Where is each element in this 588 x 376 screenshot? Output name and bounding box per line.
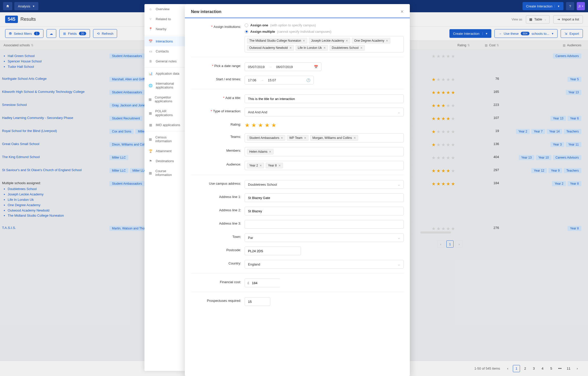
chip[interactable]: Joseph Leckie Academy✕ [309, 38, 350, 43]
mini-pager-prev[interactable]: ‹ [437, 240, 444, 248]
chip[interactable]: WP Team✕ [287, 135, 309, 141]
school-link[interactable]: Hadley Learning Community - Secondary Ph… [2, 116, 73, 120]
chip-remove-icon[interactable]: ✕ [346, 39, 348, 42]
side-item-contacts[interactable]: ▭Contacts [144, 46, 185, 56]
star-icon[interactable]: ★ [258, 122, 263, 129]
prospectuses-input[interactable] [245, 297, 270, 306]
side-item-course-information[interactable]: ▦Course information [144, 166, 185, 180]
cloud-button[interactable]: ☁ [47, 29, 56, 38]
audience-tag[interactable]: Year 11 [566, 142, 581, 147]
postcode-input[interactable] [245, 247, 301, 255]
chip-remove-icon[interactable]: ✕ [289, 46, 292, 50]
modal-close-button[interactable]: ✕ [400, 9, 404, 14]
side-item-attainment[interactable]: 🏆Attainment [144, 146, 185, 156]
team-tag[interactable]: Miller LLC [109, 168, 128, 173]
mini-pager-page[interactable]: 1 [446, 240, 454, 248]
audience-tag[interactable]: Careers Advisors [553, 155, 581, 160]
chip[interactable]: Outwood Academy Newbold✕ [247, 45, 294, 51]
team-tag[interactable]: Miller LLC [109, 155, 128, 160]
members-chipbox[interactable]: Helen Adams✕ [245, 147, 404, 156]
school-link[interactable]: Kibworth High School & Community Technol… [2, 90, 85, 94]
analysis-dropdown[interactable]: Analysis ▼ [14, 2, 38, 10]
audience-tag[interactable]: Year 2 [552, 181, 566, 186]
chip-remove-icon[interactable]: ✕ [281, 136, 283, 140]
chip[interactable]: The Midland Studio College Nuneaton✕ [247, 38, 307, 43]
side-item-application-data[interactable]: 📊Application data [144, 69, 185, 79]
team-tag[interactable]: Cox and Sons [109, 129, 134, 134]
rating-stars[interactable]: ★★★★★ [245, 121, 404, 129]
title-input[interactable] [245, 94, 404, 103]
school-link[interactable]: Outwood Academy Newbold [8, 208, 109, 213]
page-button[interactable]: 1 [513, 365, 520, 372]
col-header-audiences[interactable]: ▦Audiences [503, 43, 586, 47]
audience-tag[interactable]: Teachers [564, 168, 581, 173]
audience-tag[interactable]: Careers Advisors [553, 53, 581, 59]
audience-tag[interactable]: Year 8 [568, 181, 581, 186]
audience-tag[interactable]: Year 5 [568, 77, 581, 82]
school-link[interactable]: Royal School for the Blind (Liverpool) [2, 129, 57, 133]
fields-button[interactable]: ⊞ Fields 20 [59, 29, 90, 38]
school-link[interactable]: Life In London Uk [8, 197, 109, 203]
type-select[interactable]: And And And⌄ [245, 108, 404, 116]
col-header-rating[interactable]: Rating⇅ [432, 43, 470, 47]
audience-tag[interactable]: Year 8 [568, 226, 581, 231]
chip-remove-icon[interactable]: ✕ [323, 46, 326, 50]
school-link[interactable]: One Degree Academy [8, 203, 109, 208]
side-item-census-information[interactable]: ▦Census information [144, 132, 185, 146]
date-range-picker[interactable]: 05/07/2019 → 06/07/2019 📅 [245, 62, 321, 71]
school-link[interactable]: Hall Green School [8, 53, 109, 59]
chip[interactable]: Doubletrees School✕ [330, 45, 365, 51]
side-item-polar-applications[interactable]: ▦POLAR applications [144, 106, 185, 120]
radio-assign-multiple[interactable]: Assign multiple (cannot specify individu… [245, 30, 404, 34]
chip[interactable]: Morgan, Williams and Collins✕ [310, 135, 358, 141]
horizontal-scrollbar[interactable] [420, 231, 451, 234]
teams-chipbox[interactable]: Student Ambassadors✕WP Team✕Morgan, Will… [245, 133, 404, 142]
chip[interactable]: Life In London Uk✕ [296, 45, 328, 51]
audience-tag[interactable]: Year 6 [568, 116, 581, 121]
page-button[interactable]: 4 [539, 365, 546, 372]
star-icon[interactable]: ★ [245, 122, 250, 129]
school-link[interactable]: Doubletrees School [8, 186, 109, 192]
audience-tag[interactable]: Year 13 [566, 90, 581, 95]
user-avatar[interactable]: JI ▼ [577, 2, 585, 10]
side-item-general-notes[interactable]: 🗎General notes [144, 56, 185, 66]
town-select[interactable]: Par⌄ [245, 233, 404, 242]
time-range-picker[interactable]: 17:06 → 15:07 🕐 [245, 76, 314, 84]
school-link[interactable]: The King Edmund School [2, 155, 40, 159]
chip[interactable]: Student Ambassadors✕ [247, 135, 285, 141]
cost-input[interactable] [252, 279, 297, 287]
col-header-cost[interactable]: ▦Cost⇅ [470, 43, 503, 47]
audience-tag[interactable]: Year 14 [547, 129, 562, 134]
chip-remove-icon[interactable]: ✕ [304, 136, 306, 140]
school-link[interactable]: T.A.S.I.S. [2, 226, 16, 230]
radio-assign-one[interactable]: Assign one (with option to specify campu… [245, 23, 404, 27]
side-item-competitor-applications[interactable]: ▦Competitor applications [144, 92, 185, 106]
pager-prev[interactable]: ‹ [504, 365, 511, 372]
audience-tag[interactable]: Year 9 [548, 168, 562, 173]
school-link[interactable]: St Saviour's and St Olave's Church of En… [2, 168, 82, 172]
school-link[interactable]: Joseph Leckie Academy [8, 192, 109, 197]
institutions-chipbox[interactable]: The Midland Studio College Nuneaton✕Jose… [245, 36, 404, 52]
school-link[interactable]: Spencer House School [8, 59, 109, 64]
chip-remove-icon[interactable]: ✕ [269, 150, 271, 153]
create-interaction-button-top[interactable]: Create Interaction ▼ [523, 2, 563, 10]
school-link[interactable]: Great Oaks Small School [2, 142, 39, 146]
side-item-interactions[interactable]: 📅Interactions [144, 36, 185, 46]
audience-chipbox[interactable]: Year 2✕Year 8✕ [245, 161, 404, 170]
select-filters-button[interactable]: ⛃ Select filters 1 [5, 29, 43, 38]
chip[interactable]: Helen Adams✕ [247, 149, 274, 154]
home-button[interactable] [3, 2, 12, 10]
page-button[interactable]: 5 [548, 365, 555, 372]
audience-tag[interactable]: Year 12 [531, 168, 547, 173]
mini-pager-next[interactable]: › [456, 240, 463, 248]
chip[interactable]: One Degree Academy✕ [352, 38, 390, 43]
export-button[interactable]: ⇲ Export [561, 29, 583, 38]
school-link[interactable]: Tudor Hall School [8, 64, 109, 70]
team-tag[interactable]: Student Ambassadors [109, 90, 144, 95]
view-mode-select[interactable]: ▦ Table ⌄ [526, 15, 550, 24]
page-button[interactable]: 2 [522, 365, 529, 372]
create-interaction-button-mid[interactable]: Create Interaction ▼ [449, 29, 491, 38]
school-link[interactable]: The Midland Studio College Nuneaton [8, 213, 109, 218]
chip-remove-icon[interactable]: ✕ [278, 164, 281, 167]
team-tag[interactable]: Student Ambassadors [109, 53, 144, 59]
